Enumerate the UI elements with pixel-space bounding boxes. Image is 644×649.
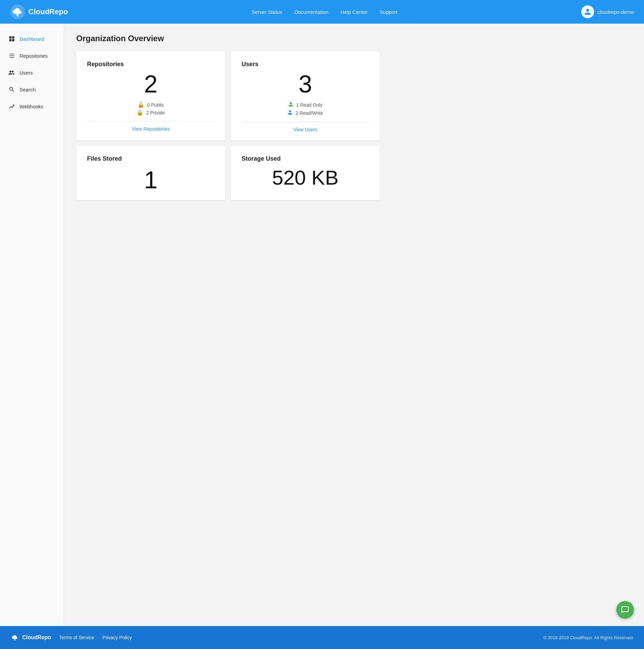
repositories-icon	[8, 52, 16, 59]
users-card: Users 3 1 Read Only 2 Read/Write	[231, 51, 380, 140]
webhooks-icon	[8, 103, 16, 110]
footer-logo-text: CloudRepo	[22, 634, 51, 641]
header-user[interactable]: cloudrepo-demo	[581, 5, 634, 18]
read-only-count-row: 1 Read Only	[288, 102, 323, 108]
read-write-count-label: 2 Read/Write	[296, 110, 323, 116]
chat-icon	[621, 605, 629, 614]
files-stored-card-title: Files Stored	[87, 155, 215, 162]
sidebar-item-dashboard[interactable]: Dashboard	[0, 30, 64, 47]
view-users-link[interactable]: View Users	[242, 122, 369, 132]
repositories-count: 2	[87, 72, 215, 96]
sidebar: Dashboard Repositories Users	[0, 24, 64, 626]
read-write-count-row: 2 Read/Write	[287, 110, 323, 116]
read-only-count-label: 1 Read Only	[296, 102, 323, 108]
repositories-card: Repositories 2 🔓 0 Public 🔒 2 Private Vi…	[76, 51, 225, 140]
header-username: cloudrepo-demo	[597, 9, 634, 15]
sidebar-item-webhooks[interactable]: Webhooks	[0, 98, 64, 115]
nav-help-center[interactable]: Help Center	[341, 9, 368, 15]
svg-rect-7	[9, 55, 15, 56]
header: CloudRepo Server Status Documentation He…	[0, 0, 644, 24]
sidebar-item-dashboard-label: Dashboard	[20, 36, 44, 42]
person-icon	[584, 8, 591, 16]
avatar	[581, 5, 594, 18]
page-title: Organization Overview	[76, 34, 632, 43]
main-layout: Dashboard Repositories Users	[0, 24, 644, 626]
main-content: Organization Overview Repositories 2 🔓 0…	[64, 24, 644, 626]
sidebar-item-repositories-label: Repositories	[20, 53, 48, 59]
footer-logo: CloudRepo	[10, 633, 51, 642]
header-logo[interactable]: CloudRepo	[10, 4, 68, 19]
users-count: 3	[242, 72, 369, 96]
nav-server-status[interactable]: Server Status	[252, 9, 282, 15]
footer-logo-icon	[10, 633, 20, 642]
private-count-row: 🔒 2 Private	[137, 109, 165, 116]
footer: CloudRepo Terms of Service Privacy Polic…	[0, 626, 644, 649]
nav-documentation[interactable]: Documentation	[295, 9, 329, 15]
sidebar-item-webhooks-label: Webhooks	[20, 104, 44, 109]
terms-of-service-link[interactable]: Terms of Service	[59, 635, 94, 640]
svg-rect-2	[9, 36, 12, 39]
sidebar-item-repositories[interactable]: Repositories	[0, 47, 64, 64]
storage-used-card: Storage Used 520 KB	[231, 146, 380, 200]
repositories-details: 🔓 0 Public 🔒 2 Private	[87, 102, 215, 116]
sidebar-item-search-label: Search	[20, 87, 36, 92]
cloudrepo-logo-icon	[10, 4, 25, 19]
svg-rect-3	[12, 36, 15, 39]
search-icon	[8, 86, 16, 93]
dashboard-icon	[8, 35, 16, 43]
nav-support[interactable]: Support	[380, 9, 398, 15]
svg-rect-8	[9, 57, 15, 58]
lock-closed-icon: 🔒	[137, 109, 143, 116]
sidebar-item-users[interactable]: Users	[0, 64, 64, 81]
person-readwrite-icon	[287, 110, 293, 116]
svg-rect-4	[9, 39, 12, 42]
users-icon	[8, 69, 16, 76]
users-card-title: Users	[242, 61, 369, 68]
header-logo-text: CloudRepo	[28, 7, 68, 16]
repositories-card-title: Repositories	[87, 61, 215, 68]
storage-used-card-title: Storage Used	[242, 155, 369, 162]
footer-left: CloudRepo Terms of Service Privacy Polic…	[10, 633, 132, 642]
svg-rect-6	[9, 54, 15, 54]
private-count-label: 2 Private	[146, 110, 165, 115]
sidebar-item-users-label: Users	[20, 70, 33, 76]
sidebar-item-search[interactable]: Search	[0, 81, 64, 98]
person-readonly-icon	[288, 102, 293, 108]
files-stored-count: 1	[87, 168, 215, 192]
svg-rect-5	[12, 39, 15, 42]
chat-button[interactable]	[616, 601, 634, 619]
privacy-policy-link[interactable]: Privacy Policy	[103, 635, 132, 640]
lock-open-icon: 🔓	[138, 102, 144, 108]
users-details: 1 Read Only 2 Read/Write	[242, 102, 369, 116]
files-stored-card: Files Stored 1	[76, 146, 225, 200]
public-count-label: 0 Public	[147, 102, 164, 108]
public-count-row: 🔓 0 Public	[138, 102, 164, 108]
view-repositories-link[interactable]: View Repositories	[87, 121, 215, 132]
header-nav: Server Status Documentation Help Center …	[252, 9, 397, 15]
footer-copyright: © 2016-2019 CloudRepo. All Rights Reserv…	[543, 635, 634, 640]
cards-grid: Repositories 2 🔓 0 Public 🔒 2 Private Vi…	[76, 51, 380, 200]
storage-used-value: 520 KB	[242, 168, 369, 188]
